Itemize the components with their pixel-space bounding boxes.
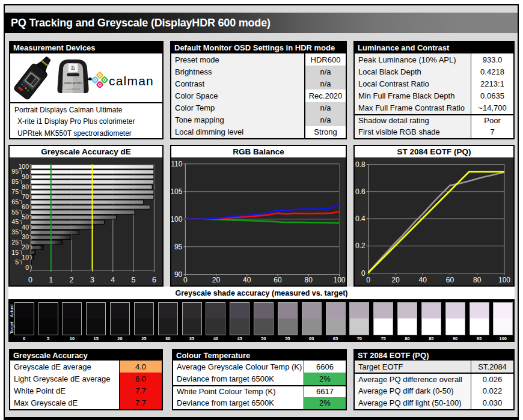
svg-text:60: 60	[22, 203, 29, 210]
svg-text:0.2: 0.2	[355, 242, 365, 250]
svg-text:100: 100	[333, 276, 345, 284]
svg-text:80: 80	[473, 276, 482, 284]
svg-text:iDISPLAY PRO: iDISPLAY PRO	[64, 82, 82, 85]
svg-text:60: 60	[274, 276, 282, 284]
svg-text:20: 20	[391, 276, 400, 284]
svg-text:45: 45	[11, 218, 19, 225]
svg-text:6: 6	[152, 276, 156, 284]
svg-text:x-rite PANTONE: x-rite PANTONE	[66, 88, 81, 91]
svg-text:4: 4	[111, 276, 115, 284]
svg-text:5: 5	[15, 258, 19, 266]
svg-text:55: 55	[11, 208, 19, 216]
svg-text:ST 2084 EOTF (PQ): ST 2084 EOTF (PQ)	[397, 147, 471, 156]
svg-text:15: 15	[11, 249, 19, 256]
svg-text:100: 100	[18, 163, 29, 170]
svg-text:0: 0	[366, 276, 370, 284]
svg-text:95: 95	[11, 168, 19, 175]
svg-text:calman: calman	[109, 74, 154, 88]
svg-text:3: 3	[90, 276, 94, 284]
svg-text:0.4: 0.4	[355, 215, 365, 223]
svg-text:100: 100	[170, 215, 182, 224]
svg-text:2: 2	[70, 276, 74, 284]
svg-text:40: 40	[243, 276, 251, 284]
svg-text:0: 0	[25, 264, 29, 271]
svg-text:80: 80	[305, 276, 313, 284]
svg-text:65: 65	[11, 198, 19, 205]
svg-text:30: 30	[22, 233, 29, 240]
svg-text:10: 10	[22, 254, 29, 261]
svg-text:80: 80	[22, 183, 29, 190]
svg-text:40: 40	[419, 276, 427, 284]
svg-text:0: 0	[183, 276, 188, 284]
svg-text:0.8: 0.8	[355, 160, 365, 169]
svg-text:0: 0	[361, 269, 365, 278]
svg-text:0.6: 0.6	[355, 187, 365, 196]
svg-text:50: 50	[22, 213, 29, 221]
svg-text:60: 60	[446, 276, 454, 284]
svg-text:0: 0	[28, 276, 32, 284]
svg-text:90: 90	[174, 270, 183, 279]
svg-text:20: 20	[212, 276, 221, 284]
svg-text:25: 25	[11, 239, 19, 246]
svg-text:110: 110	[171, 160, 182, 168]
svg-text:RGB Balance: RGB Balance	[233, 147, 284, 156]
svg-text:20: 20	[22, 243, 29, 251]
svg-text:90: 90	[22, 173, 29, 180]
svg-text:85: 85	[11, 178, 19, 185]
svg-text:100: 100	[498, 276, 510, 284]
svg-text:Greyscale Accuracy dE: Greyscale Accuracy dE	[41, 147, 131, 156]
svg-text:70: 70	[22, 193, 29, 200]
svg-text:35: 35	[11, 228, 19, 236]
svg-text:95: 95	[174, 243, 183, 251]
svg-text:75: 75	[11, 188, 19, 195]
svg-text:105: 105	[170, 187, 182, 196]
svg-text:1: 1	[49, 276, 53, 284]
svg-text:40: 40	[22, 224, 29, 231]
svg-text:5: 5	[132, 276, 136, 284]
